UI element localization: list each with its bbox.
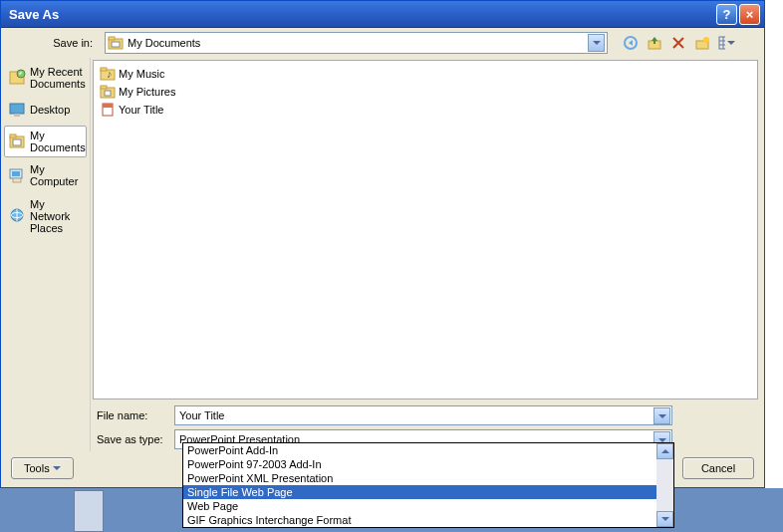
cancel-label: Cancel <box>701 462 735 474</box>
pictures-folder-icon <box>100 84 116 100</box>
chevron-down-icon[interactable] <box>653 407 670 424</box>
folder-icon <box>108 35 124 51</box>
sidebar-item-label: Desktop <box>30 104 70 116</box>
save-as-dialog: Save As ? × Save in: My Documents My Rec <box>0 0 765 488</box>
sidebar-item-network[interactable]: My Network Places <box>4 194 87 238</box>
svg-rect-28 <box>105 91 111 96</box>
sidebar-item-recent[interactable]: My Recent Documents <box>4 62 87 94</box>
svg-rect-7 <box>719 37 725 49</box>
close-button[interactable]: × <box>739 4 760 25</box>
tools-button[interactable]: Tools <box>11 457 74 479</box>
option-item[interactable]: PowerPoint XML Presentation <box>183 471 673 485</box>
scrollbar-track[interactable] <box>656 459 673 511</box>
computer-icon <box>7 165 27 185</box>
main-area: My Recent Documents Desktop My Documents… <box>1 58 764 451</box>
back-icon[interactable] <box>622 34 640 52</box>
dialog-title: Save As <box>5 7 716 22</box>
list-item[interactable]: My Pictures <box>98 83 753 101</box>
option-item[interactable]: Web Page <box>183 499 673 513</box>
option-item[interactable]: Single File Web Page <box>183 485 673 499</box>
sidebar-item-label: My Network Places <box>30 198 84 234</box>
savein-dropdown[interactable]: My Documents <box>105 32 608 54</box>
savetype-label: Save as type: <box>91 433 170 445</box>
svg-rect-2 <box>112 42 120 47</box>
scroll-up-button[interactable] <box>656 443 673 459</box>
filename-value: Your Title <box>179 409 224 421</box>
savein-value: My Documents <box>128 37 200 49</box>
music-folder-icon: ♪ <box>100 66 116 82</box>
up-icon[interactable] <box>646 34 663 52</box>
delete-icon[interactable] <box>669 34 687 52</box>
desktop-icon <box>7 100 27 120</box>
filename-input[interactable]: Your Title <box>174 405 672 425</box>
file-list[interactable]: ♪ My Music My Pictures Your Title <box>93 60 758 399</box>
svg-rect-17 <box>13 139 21 145</box>
scroll-down-button[interactable] <box>656 511 673 527</box>
svg-rect-20 <box>13 178 21 182</box>
sidebar-item-label: My Recent Documents <box>30 66 86 90</box>
network-icon <box>7 206 27 226</box>
new-folder-icon[interactable] <box>693 34 711 52</box>
places-sidebar: My Recent Documents Desktop My Documents… <box>1 58 91 451</box>
sidebar-item-label: My Documents <box>30 130 86 153</box>
svg-rect-1 <box>109 37 115 40</box>
help-button[interactable]: ? <box>716 4 737 25</box>
svg-point-6 <box>703 37 709 43</box>
svg-rect-19 <box>12 171 20 176</box>
chevron-down-icon[interactable] <box>588 34 605 52</box>
savetype-options-list[interactable]: PowerPoint Add-In PowerPoint 97-2003 Add… <box>182 442 674 528</box>
titlebar-buttons: ? × <box>716 4 760 25</box>
file-label: My Music <box>119 68 164 80</box>
file-label: Your Title <box>119 104 163 116</box>
views-icon[interactable] <box>717 34 735 52</box>
recent-icon <box>7 68 27 88</box>
option-item[interactable]: PowerPoint 97-2003 Add-In <box>183 457 673 471</box>
filename-label: File name: <box>91 409 170 421</box>
savein-row: Save in: My Documents <box>1 28 764 58</box>
svg-rect-27 <box>101 86 107 89</box>
sidebar-item-computer[interactable]: My Computer <box>4 159 87 191</box>
sidebar-item-label: My Computer <box>30 163 84 187</box>
option-item[interactable]: PowerPoint Add-In <box>183 443 673 457</box>
titlebar: Save As ? × <box>1 1 764 28</box>
svg-text:♪: ♪ <box>107 68 113 80</box>
option-item[interactable]: GIF Graphics Interchange Format <box>183 513 673 527</box>
svg-rect-13 <box>10 104 24 114</box>
chevron-down-icon <box>53 466 61 470</box>
savein-label: Save in: <box>9 37 99 49</box>
tools-label: Tools <box>24 462 50 474</box>
cancel-button[interactable]: Cancel <box>682 457 754 479</box>
svg-rect-14 <box>14 114 20 117</box>
ppt-file-icon <box>100 102 116 118</box>
sidebar-item-documents[interactable]: My Documents <box>4 126 87 157</box>
background-strip <box>74 490 104 532</box>
list-item[interactable]: ♪ My Music <box>98 65 753 83</box>
list-item[interactable]: Your Title <box>98 101 753 119</box>
file-label: My Pictures <box>119 86 175 98</box>
sidebar-item-desktop[interactable]: Desktop <box>4 96 87 124</box>
documents-icon <box>7 132 27 151</box>
svg-rect-16 <box>10 134 16 137</box>
toolbar <box>622 34 735 52</box>
svg-rect-30 <box>103 104 113 108</box>
